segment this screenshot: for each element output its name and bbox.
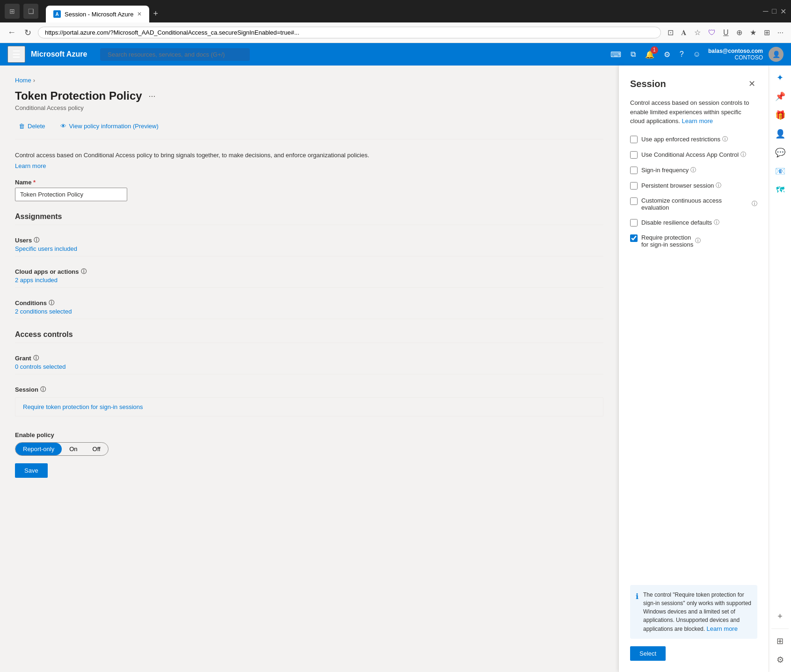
help-icon[interactable]: ? <box>678 48 686 60</box>
checkbox-app-enforced-input[interactable] <box>630 136 638 143</box>
screen-reader-icon[interactable]: ⊡ <box>666 26 675 39</box>
cloud-apps-info-icon[interactable]: ⓘ <box>81 268 87 276</box>
toggle-on[interactable]: On <box>62 443 85 455</box>
disable-resilience-info-icon[interactable]: ⓘ <box>714 219 719 226</box>
delete-button[interactable]: 🗑 Delete <box>15 121 49 131</box>
page-subtitle: Conditional Access policy <box>15 104 603 111</box>
grant-section-label: Grant ⓘ <box>15 354 603 362</box>
more-options-button[interactable]: ··· <box>146 90 159 102</box>
notifications-icon[interactable]: 🔔1 <box>643 48 656 61</box>
gift-sidebar-icon[interactable]: 🎁 <box>772 107 789 124</box>
new-tab-button[interactable]: + <box>149 5 162 22</box>
breadcrumb-separator: › <box>33 77 35 84</box>
conditions-info-icon[interactable]: ⓘ <box>49 299 54 307</box>
save-button[interactable]: Save <box>15 463 48 478</box>
feedback-icon[interactable]: ☺ <box>691 48 703 60</box>
page-title: Token Protection Policy ··· <box>15 89 603 102</box>
breadcrumb[interactable]: Home › <box>15 77 603 84</box>
panel-learn-more-link[interactable]: Learn more <box>682 117 713 124</box>
browser-shield-icon[interactable]: 🛡 <box>706 27 718 39</box>
teams-sidebar-icon[interactable]: 💬 <box>772 144 789 161</box>
checkbox-persistent-browser-input[interactable] <box>630 182 638 190</box>
panel-title: Session <box>630 79 666 89</box>
cloud-apps-value[interactable]: 2 apps included <box>15 277 603 284</box>
conditions-section-label: Conditions ⓘ <box>15 299 603 307</box>
copilot-icon[interactable]: ⧉ <box>629 48 638 60</box>
checkbox-require-protection-input[interactable] <box>630 234 638 242</box>
toggle-off[interactable]: Off <box>85 443 108 455</box>
cloud-shell-icon[interactable]: ⌨ <box>609 48 623 61</box>
maps-sidebar-icon[interactable]: 🗺 <box>772 182 789 198</box>
panel-description: Control access based on session controls… <box>630 98 757 126</box>
hamburger-menu[interactable]: ☰ <box>7 46 25 63</box>
session-value[interactable]: Require token protection for sign-in ses… <box>23 403 595 410</box>
view-policy-button[interactable]: 👁 View policy information (Preview) <box>57 121 162 131</box>
settings-icon[interactable]: ⚙ <box>662 48 672 61</box>
pin-sidebar-icon[interactable]: 📌 <box>772 88 789 105</box>
ca-app-control-info-icon[interactable]: ⓘ <box>740 151 746 159</box>
browser-more-icon[interactable]: ··· <box>776 27 785 39</box>
tab-close-icon[interactable]: ✕ <box>137 11 142 17</box>
page-title-text: Token Protection Policy <box>15 89 142 102</box>
close-window-button[interactable]: ✕ <box>780 7 786 16</box>
session-info-icon[interactable]: ⓘ <box>40 386 46 394</box>
info-box-icon: ℹ <box>636 591 639 634</box>
address-input[interactable] <box>38 27 661 38</box>
checkbox-sign-in-freq-input[interactable] <box>630 167 638 174</box>
panel-header: Session ✕ <box>630 77 757 91</box>
checkbox-app-enforced: Use app enforced restrictions ⓘ <box>630 135 757 143</box>
tab-label: Session - Microsoft Azure <box>65 11 133 18</box>
azure-search-input[interactable] <box>100 48 250 61</box>
tab-favicon: A <box>53 10 61 18</box>
learn-more-link[interactable]: Learn more <box>15 162 46 169</box>
browser-extension-icon[interactable]: ⊕ <box>734 26 744 39</box>
info-box-learn-more-link[interactable]: Learn more <box>706 625 737 632</box>
toggle-report-only[interactable]: Report-only <box>15 443 62 455</box>
policy-toggle-group[interactable]: Report-only On Off <box>15 442 109 456</box>
browser-star-icon[interactable]: ☆ <box>692 26 703 39</box>
assignments-header: Assignments <box>15 212 603 225</box>
minimize-button[interactable]: ─ <box>763 7 768 15</box>
azure-user-info: balas@contoso.com CONTOSO <box>708 48 763 61</box>
app-enforced-info-icon[interactable]: ⓘ <box>722 135 728 143</box>
azure-logo: Microsoft Azure <box>31 50 87 58</box>
conditions-value[interactable]: 2 conditions selected <box>15 308 603 315</box>
browser-collections-icon[interactable]: ⊞ <box>762 26 772 39</box>
persistent-browser-info-icon[interactable]: ⓘ <box>716 182 721 190</box>
checkbox-ca-app-control: Use Conditional Access App Control ⓘ <box>630 151 757 159</box>
browser-pin-icon[interactable]: U <box>721 27 731 39</box>
back-button[interactable]: ← <box>6 26 18 39</box>
user-email: balas@contoso.com <box>708 48 763 54</box>
session-section-label: Session ⓘ <box>15 386 603 394</box>
checkbox-continuous-access-input[interactable] <box>630 197 638 205</box>
breadcrumb-home[interactable]: Home <box>15 77 31 84</box>
tab-strip-icon[interactable]: ⊞ <box>5 4 20 19</box>
user-avatar[interactable]: 👤 <box>769 47 784 62</box>
read-aloud-icon[interactable]: 𝐀 <box>679 27 689 39</box>
select-button[interactable]: Select <box>630 646 666 661</box>
session-section[interactable]: Require token protection for sign-in ses… <box>15 397 603 416</box>
checkbox-ca-app-control-input[interactable] <box>630 151 638 159</box>
users-info-icon[interactable]: ⓘ <box>34 236 39 244</box>
copilot-sidebar-icon[interactable]: ✦ <box>772 69 789 86</box>
active-tab[interactable]: A Session - Microsoft Azure ✕ <box>46 6 149 22</box>
grant-info-icon[interactable]: ⓘ <box>33 354 39 362</box>
maximize-button[interactable]: □ <box>772 7 776 15</box>
user-sidebar-icon[interactable]: 👤 <box>772 125 789 142</box>
checkbox-disable-resilience-input[interactable] <box>630 219 638 226</box>
expand-sidebar-icon[interactable]: ⊞ <box>772 633 789 650</box>
require-protection-info-icon[interactable]: ⓘ <box>695 237 701 245</box>
panel-close-button[interactable]: ✕ <box>747 77 757 91</box>
browser-favorites-icon[interactable]: ★ <box>748 26 758 39</box>
grant-value[interactable]: 0 controls selected <box>15 363 603 370</box>
users-value[interactable]: Specific users included <box>15 245 603 252</box>
add-sidebar-icon[interactable]: + <box>772 608 789 625</box>
refresh-button[interactable]: ↻ <box>22 26 33 40</box>
settings-sidebar-icon[interactable]: ⚙ <box>772 651 789 668</box>
sign-in-freq-info-icon[interactable]: ⓘ <box>690 166 696 174</box>
continuous-access-info-icon[interactable]: ⓘ <box>752 200 757 208</box>
sidebar-toggle[interactable]: ❏ <box>23 4 38 19</box>
outlook-sidebar-icon[interactable]: 📧 <box>772 163 789 180</box>
policy-description: Control access based on Conditional Acce… <box>15 151 603 160</box>
name-input[interactable] <box>15 188 127 201</box>
